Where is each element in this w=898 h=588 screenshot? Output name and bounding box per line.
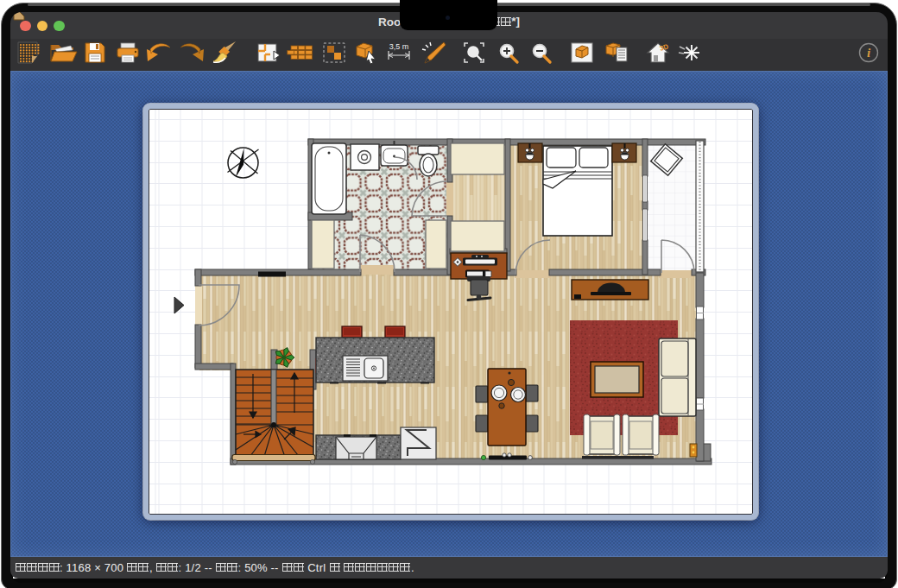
svg-text:3D: 3D [659, 42, 670, 53]
svg-text:i: i [867, 46, 871, 60]
svg-text:3,5 m: 3,5 m [389, 42, 409, 51]
